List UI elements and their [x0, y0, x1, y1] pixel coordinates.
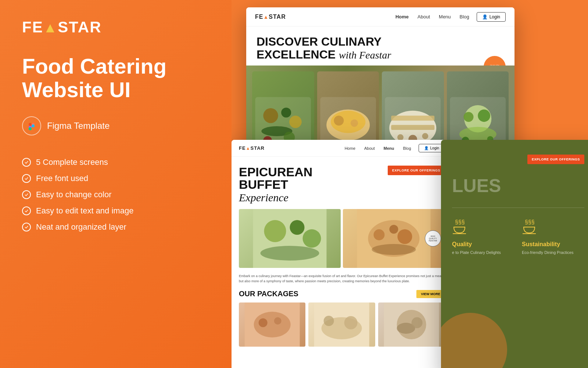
- packages-title: OUR PACKAGES: [239, 290, 298, 298]
- feature-text-1: 5 Complete screens: [36, 158, 108, 167]
- nav2-blog[interactable]: Blog: [403, 146, 411, 151]
- svg-point-49: [324, 316, 334, 326]
- check-icon-3: [22, 190, 31, 199]
- food-img-left: [239, 209, 341, 268]
- values-title: LUES: [452, 175, 584, 197]
- svg-point-8: [289, 116, 302, 128]
- svg-point-40: [398, 229, 412, 244]
- deco-circle: [441, 313, 507, 368]
- svg-point-0: [29, 123, 32, 126]
- mockup2-nav: FE▲STAR Home About Menu Blog 👤 Login: [232, 140, 452, 157]
- values-cards: §§§ Quality e to Plate Culinary Delights…: [452, 219, 584, 255]
- features-list: 5 Complete screens Free font used Easy t…: [22, 158, 209, 232]
- nav-about[interactable]: About: [417, 14, 430, 20]
- nav2-home[interactable]: Home: [345, 146, 355, 151]
- mockup1-login-btn[interactable]: 👤 Login: [477, 12, 506, 22]
- package-card-1: [239, 302, 305, 347]
- feature-text-4: Easy to edit text and image: [36, 206, 133, 216]
- mockup2-nav-links: Home About Menu Blog: [345, 146, 411, 151]
- feature-item: Easy to change color: [22, 190, 209, 199]
- values-divider: [452, 208, 584, 208]
- mockup1-nav-links: Home About Menu Blog: [395, 14, 469, 20]
- svg-point-42: [372, 244, 416, 255]
- feature-text-2: Free font used: [36, 174, 88, 183]
- mockup1-hero-title: DISCOVER CULINARY EXCELLENCE with Feasta…: [257, 35, 504, 61]
- nav-menu[interactable]: Menu: [439, 14, 451, 20]
- green-panel-content: EXPLORE OUR OFFERINGS LUES §§§ Quality: [441, 140, 588, 270]
- view-more-btn[interactable]: VIEW MORE: [416, 290, 445, 298]
- mockup2-hero: EPICUREAN BUFFET Experience EXPLORE OUR …: [232, 157, 452, 209]
- svg-rect-20: [391, 116, 434, 121]
- svg-point-16: [350, 120, 358, 127]
- main-title: Food Catering Website UI: [22, 54, 209, 102]
- package-card-3: [378, 302, 445, 347]
- svg-point-54: [411, 317, 422, 328]
- nav-home[interactable]: Home: [395, 14, 409, 20]
- svg-point-36: [261, 246, 319, 261]
- sustainability-icon: §§§: [522, 219, 537, 237]
- buffet-description: Embark on a culinary journey with Feasta…: [232, 274, 452, 284]
- svg-point-45: [259, 318, 268, 327]
- quality-icon: §§§: [452, 219, 467, 237]
- food-images-row: HIGHQUALITYFEASTAR: [239, 209, 445, 268]
- svg-point-3: [32, 124, 35, 127]
- food-stamp: HIGHQUALITYFEASTAR: [425, 230, 441, 247]
- figma-badge: Figma Template: [22, 116, 209, 135]
- svg-point-33: [264, 220, 286, 242]
- svg-point-28: [478, 110, 490, 122]
- packages-grid: [239, 302, 445, 347]
- quality-label: Quality: [452, 241, 472, 248]
- feature-item: Easy to edit text and image: [22, 206, 209, 216]
- check-icon-5: [22, 223, 31, 231]
- svg-point-7: [281, 108, 291, 118]
- left-panel: FE▲STAR Food Catering Website UI Figma T…: [0, 0, 232, 368]
- figma-label: Figma Template: [47, 121, 110, 131]
- mockup2-brand: FE▲STAR: [239, 145, 265, 151]
- check-icon-2: [22, 174, 31, 183]
- figma-icon: [22, 116, 41, 135]
- feature-text-3: Easy to change color: [36, 190, 111, 199]
- svg-point-35: [303, 229, 321, 248]
- svg-text:§§§: §§§: [525, 219, 535, 225]
- value-card-quality: §§§ Quality e to Plate Culinary Delights: [452, 219, 514, 255]
- value-card-sustainability: §§§ Sustainability Eco-friendly Dining P…: [522, 219, 584, 255]
- svg-point-46: [274, 317, 282, 325]
- brand-logo: FE▲STAR: [22, 18, 209, 36]
- svg-point-50: [344, 316, 358, 329]
- feature-item: Neat and organized layer: [22, 222, 209, 232]
- svg-rect-21: [391, 125, 434, 130]
- svg-point-24: [422, 133, 429, 139]
- nav-blog[interactable]: Blog: [460, 14, 469, 20]
- svg-point-39: [374, 229, 385, 240]
- explore-btn-3[interactable]: EXPLORE OUR OFFERINGS: [527, 155, 584, 164]
- svg-point-27: [463, 112, 473, 122]
- svg-point-6: [263, 108, 278, 123]
- svg-point-34: [290, 220, 305, 235]
- logo-text: FE▲STAR: [22, 18, 102, 36]
- svg-point-41: [390, 225, 398, 234]
- sustainability-label: Sustainability: [522, 241, 560, 248]
- mockup1-nav: FE▲STAR Home About Menu Blog 👤 Login: [246, 7, 514, 26]
- mockup1-brand: FE▲STAR: [255, 14, 286, 20]
- right-panel: FE▲STAR Home About Menu Blog 👤 Login DIS…: [232, 0, 588, 368]
- nav2-menu[interactable]: Menu: [384, 146, 394, 151]
- svg-point-4: [29, 127, 32, 130]
- explore-btn-2[interactable]: EXPLORE OUR OFFERINGS: [388, 166, 445, 175]
- packages-header: OUR PACKAGES VIEW MORE: [239, 290, 445, 298]
- packages-section: OUR PACKAGES VIEW MORE: [232, 290, 452, 347]
- explore-btn-3-container: EXPLORE OUR OFFERINGS: [452, 155, 584, 164]
- mockup-right-panel: EXPLORE OUR OFFERINGS LUES §§§ Quality: [441, 140, 588, 368]
- mockup-bottom: FE▲STAR Home About Menu Blog 👤 Login EPI…: [232, 140, 452, 368]
- svg-point-15: [334, 116, 344, 126]
- svg-text:§§§: §§§: [455, 219, 465, 225]
- check-icon-1: [22, 158, 31, 167]
- nav2-about[interactable]: About: [364, 146, 375, 151]
- check-icon-4: [22, 206, 31, 215]
- feature-text-5: Neat and organized layer: [36, 222, 126, 232]
- quality-desc: e to Plate Culinary Delights: [452, 250, 501, 255]
- package-card-2: [308, 302, 375, 347]
- feature-item: 5 Complete screens: [22, 158, 209, 167]
- sustainability-desc: Eco-friendly Dining Practices: [522, 250, 574, 255]
- feature-item: Free font used: [22, 174, 209, 183]
